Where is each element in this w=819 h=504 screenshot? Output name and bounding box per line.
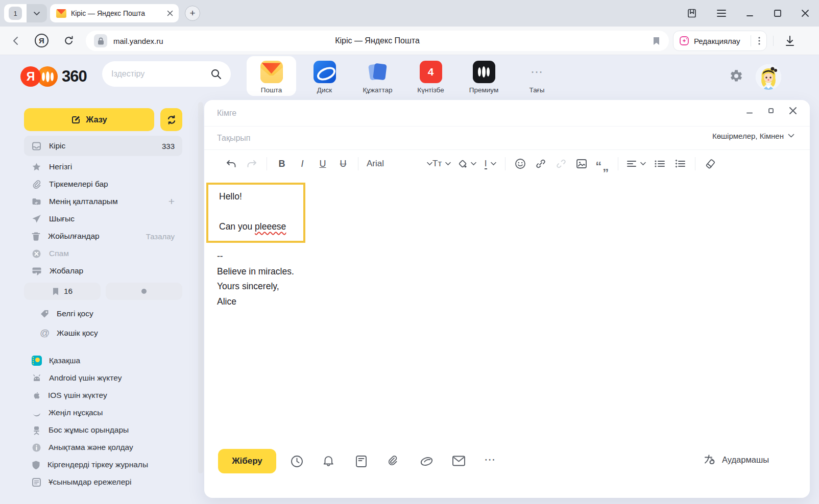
service-calendar[interactable]: 4 Күнтізбе bbox=[406, 56, 455, 96]
compose-close-button[interactable] bbox=[788, 106, 798, 115]
compose-button[interactable]: Жазу bbox=[24, 108, 154, 131]
browser-tab-active[interactable]: Кіріс — Яндекс Пошта bbox=[50, 4, 179, 22]
text-color-button[interactable]: I bbox=[484, 156, 497, 171]
new-tab-button[interactable]: + bbox=[185, 6, 200, 21]
dot-filter-pill[interactable] bbox=[106, 283, 182, 300]
folder-my-folders[interactable]: Менің қалталарым + bbox=[24, 193, 182, 210]
bullet-list-button[interactable] bbox=[653, 156, 666, 171]
yandex-button[interactable]: Я bbox=[35, 34, 49, 47]
add-label-link[interactable]: Белгі қосу bbox=[40, 305, 178, 322]
clear-formatting-button[interactable] bbox=[704, 156, 717, 171]
minimize-icon[interactable] bbox=[745, 9, 755, 18]
link-recommendation-rules[interactable]: Ұсынымдар ережелері bbox=[24, 473, 182, 491]
schedule-send-icon[interactable] bbox=[291, 455, 303, 468]
star-icon bbox=[32, 162, 41, 172]
attach-from-mail-icon[interactable] bbox=[452, 455, 466, 467]
search-icon[interactable] bbox=[210, 68, 222, 80]
add-mailbox-link[interactable]: @ Жәшік қосу bbox=[40, 324, 178, 342]
link-light-version[interactable]: Жеңіл нұсқасы bbox=[24, 404, 182, 421]
send-button[interactable]: Жіберу bbox=[218, 449, 276, 473]
folder-primary[interactable]: Негізгі bbox=[24, 158, 182, 175]
user-avatar[interactable] bbox=[756, 64, 781, 90]
menu-icon[interactable] bbox=[716, 9, 727, 18]
refresh-button[interactable] bbox=[160, 108, 182, 131]
emoji-button[interactable] bbox=[514, 156, 527, 171]
bookmarks-filter-pill[interactable]: 16 bbox=[24, 283, 101, 300]
folder-with-attachments[interactable]: Тіркемелері бар bbox=[24, 175, 182, 193]
inbox-icon bbox=[32, 141, 41, 151]
service-more[interactable]: ⋯ Тағы bbox=[512, 56, 562, 96]
divider bbox=[751, 35, 751, 46]
page-title: Кіріс — Яндекс Пошта bbox=[86, 36, 669, 45]
service-mail[interactable]: Пошта bbox=[247, 56, 296, 96]
folder-trash[interactable]: Жойылғандар Тазалау bbox=[24, 228, 182, 245]
edit-mode-button[interactable]: Редакциялау bbox=[673, 31, 767, 51]
template-icon[interactable] bbox=[355, 455, 367, 468]
translator-button[interactable]: Аудармашы bbox=[703, 453, 769, 466]
sidebar-scrollbar[interactable] bbox=[198, 102, 203, 473]
more-options-button[interactable]: ⋯ bbox=[484, 453, 496, 466]
reload-icon[interactable] bbox=[62, 35, 76, 48]
tab-counter: 1 bbox=[4, 4, 27, 22]
kebab-menu-icon[interactable] bbox=[755, 36, 763, 46]
service-premium[interactable]: Премиум bbox=[459, 56, 509, 96]
folder-inbox[interactable]: Кіріс 333 bbox=[24, 136, 182, 156]
back-icon[interactable] bbox=[10, 35, 22, 47]
disk-attach-icon[interactable] bbox=[420, 455, 433, 468]
to-field[interactable]: Кімге bbox=[204, 100, 810, 126]
insert-link-button[interactable] bbox=[534, 156, 547, 171]
italic-button[interactable]: I bbox=[296, 156, 309, 171]
bold-button[interactable]: B bbox=[275, 156, 288, 171]
link-language[interactable]: Қазақша bbox=[24, 352, 182, 369]
android-icon bbox=[32, 374, 42, 382]
tab-counter-button[interactable]: 1 bbox=[4, 4, 47, 22]
link-vacancies[interactable]: Бос жұмыс орындары bbox=[24, 421, 182, 439]
notify-bell-icon[interactable] bbox=[323, 455, 335, 468]
address-bar[interactable]: mail.yandex.ru Кіріс — Яндекс Пошта bbox=[86, 31, 669, 51]
window-controls bbox=[686, 3, 810, 23]
edit-sparkle-icon bbox=[679, 35, 690, 46]
bookmark-icon[interactable] bbox=[652, 36, 661, 46]
service-disk[interactable]: Диск bbox=[300, 56, 349, 96]
projects-icon bbox=[32, 267, 42, 275]
remove-link-button[interactable] bbox=[555, 156, 568, 171]
close-icon[interactable] bbox=[801, 9, 810, 18]
folder-sent[interactable]: Шығыс bbox=[24, 210, 182, 228]
service-docs[interactable]: Құжаттар bbox=[353, 56, 402, 96]
clear-trash-button[interactable]: Тазалау bbox=[146, 232, 175, 241]
attach-file-icon[interactable] bbox=[387, 455, 400, 468]
ssl-lock-badge[interactable] bbox=[94, 34, 107, 47]
folder-projects[interactable]: Жобалар bbox=[24, 262, 182, 280]
compose-restore-button[interactable] bbox=[767, 107, 775, 114]
add-folder-button[interactable]: + bbox=[168, 195, 175, 208]
strikethrough-button[interactable]: U bbox=[336, 156, 350, 171]
link-android-app[interactable]: Android үшін жүктеу bbox=[24, 369, 182, 387]
ya-letter: Я bbox=[39, 36, 44, 45]
downloads-icon[interactable] bbox=[783, 34, 797, 47]
insert-image-button[interactable] bbox=[575, 156, 588, 171]
align-button[interactable] bbox=[627, 156, 646, 171]
service-label: Пошта bbox=[261, 86, 282, 94]
underline-button[interactable]: U bbox=[316, 156, 329, 171]
undo-button[interactable] bbox=[225, 156, 238, 171]
quote-button[interactable]: “„ bbox=[595, 156, 610, 171]
settings-gear-icon[interactable] bbox=[729, 69, 743, 83]
link-help-support[interactable]: Анықтама және қолдау bbox=[24, 439, 182, 456]
search-input[interactable]: Іздестіру bbox=[102, 61, 231, 87]
link-label: Бос жұмыс орындары bbox=[49, 425, 129, 435]
sidebar-panel-icon[interactable] bbox=[686, 8, 697, 19]
tab-close-icon[interactable] bbox=[166, 10, 174, 17]
font-size-select[interactable]: Tт bbox=[432, 156, 451, 171]
compose-minimize-button[interactable] bbox=[745, 107, 754, 115]
highlight-color-button[interactable] bbox=[458, 156, 476, 171]
maximize-icon[interactable] bbox=[773, 9, 782, 18]
font-family-select[interactable]: Arial bbox=[367, 156, 432, 171]
numbered-list-button[interactable] bbox=[673, 156, 687, 171]
yandex360-logo[interactable]: Я 360 bbox=[20, 66, 87, 87]
cc-from-toggle[interactable]: Көшірмелер, Кімнен bbox=[712, 132, 794, 140]
link-login-journal[interactable]: Кіргендерді тіркеу журналы bbox=[24, 456, 182, 473]
redo-button[interactable] bbox=[245, 156, 258, 171]
tab-list-chevron[interactable] bbox=[27, 4, 47, 22]
link-ios-app[interactable]: IOS үшін жүктеу bbox=[24, 387, 182, 404]
folder-spam[interactable]: Спам bbox=[24, 245, 182, 262]
